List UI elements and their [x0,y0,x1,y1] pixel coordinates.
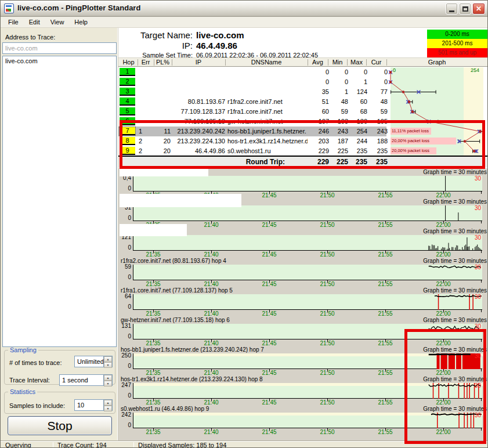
graph-time-label: Graph time = 30 minutes [423,169,487,175]
graph-ymax-label: 59 [118,263,131,270]
title-bar[interactable]: live-co.com - PingPlotter Standard ✕ [1,1,488,17]
hop-number-cell[interactable]: 8 [120,137,135,145]
column-header-dnsname[interactable]: DNSName [225,59,308,66]
table-row[interactable]: 6 77.109.135.18 gw-hetzner.init7.net 107… [118,117,386,127]
target-list-item[interactable]: live-co.com [5,57,114,64]
graph-scale-value: 30 [475,412,481,418]
address-input[interactable]: live-co.com [2,42,117,54]
hop-timeline-graph[interactable]: gw-hetzner.init7.net (77.109.135.18) hop… [118,317,488,346]
close-button[interactable]: ✕ [472,3,485,15]
hop-number-cell[interactable]: 5 [120,107,135,115]
axis-tick-label: 21:40 [198,340,224,346]
column-header-min[interactable]: Min [328,59,347,66]
axis-tick-label: 22:00 [431,370,456,376]
hop-number-cell[interactable]: 7 [120,127,135,135]
table-row[interactable]: 2 0 0 1 0 [118,77,386,87]
app-icon [4,3,14,13]
avg-cell: 60 [308,108,329,115]
spin-arrows-icon[interactable]: ▲▼ [103,375,112,385]
hop-number-cell[interactable]: 4 [120,97,135,106]
table-row[interactable]: 8 2 20 213.239.224.130 hos-tr1.ex3k1.rz1… [118,136,386,146]
spin-arrows-icon[interactable]: ▲▼ [103,356,112,367]
axis-tick-label: 21:45 [256,251,282,258]
axis-tick-label: 21:45 [256,399,282,406]
graph-hop-label: hos-bb1.juniper1.fs.hetzner.de (213.239.… [121,346,264,353]
hop-timeline-graph[interactable]: hos-tr1.ex3k1.rz14.hetzner.de (213.239.2… [118,376,488,406]
menu-item-help[interactable]: Help [69,17,93,27]
times-to-trace-value[interactable]: Unlimited [75,356,103,367]
graph-hop-label: hos-tr1.ex3k1.rz14.hetzner.de (213.239.2… [121,376,263,382]
axis-tick-label: 21:55 [373,340,398,346]
table-row[interactable]: 3 35 1 124 77 [118,87,386,97]
table-row[interactable]: 1 0 0 0 0 [118,67,386,77]
column-header-graph[interactable]: Graph [386,59,487,66]
samples-to-include-stepper[interactable]: 10 ▲▼ [74,399,113,411]
graph-scale-value: 30 [475,205,481,211]
max-cell: 254 [348,128,367,135]
column-header-avg[interactable]: Avg [308,59,328,66]
column-separator [172,59,172,66]
timeline-graphs-section[interactable]: Graph time = 30 minutes 0,4 0 30 21:35 2… [118,168,488,442]
cur-cell: 188 [367,138,388,144]
graph-sparkline [133,353,483,369]
hop-number-cell[interactable]: 2 [120,78,135,86]
axis-tick-label: 21:40 [198,281,224,287]
minimize-button[interactable] [446,3,458,15]
column-header-err[interactable]: Err [138,59,154,66]
times-to-trace-stepper[interactable]: Unlimited ▲▼ [74,356,113,367]
statistics-legend: Statistics [8,388,37,395]
graph-ymin-label: 0 [118,244,131,251]
hop-timeline-graph[interactable]: r1fra2.core.init7.net (80.81.193.67) hop… [118,258,488,287]
menu-item-view[interactable]: View [45,17,70,27]
hop-timeline-graph[interactable]: r1fra1.core.init7.net (77.109.128.137) h… [118,287,488,317]
column-header-pl%[interactable]: PL% [154,59,172,66]
hop-number-cell[interactable]: 9 [120,147,135,155]
axis-tick-label: 22:00 [431,310,456,317]
target-list[interactable]: live-co.com [2,56,117,347]
latency-legend: 0-200 ms201-500 ms501 ms and up [427,30,487,57]
axis-tick-label: 21:35 [140,429,166,435]
hop-timeline-graph[interactable]: hos-bb1.juniper1.fs.hetzner.de (213.239.… [118,346,488,376]
min-cell: 0 [329,68,348,75]
address-to-trace-label: Address to Trace: [5,34,55,41]
axis-tick-label: 21:45 [256,222,282,228]
axis-tick-label: 21:50 [315,310,340,317]
maximize-button[interactable] [459,3,471,15]
column-header-ip[interactable]: IP [172,59,225,66]
axis-tick-label: 21:55 [373,281,398,287]
hop-number-cell[interactable]: 1 [120,68,135,76]
axis-tick [481,428,482,431]
axis-tick-label: 21:45 [256,310,282,317]
table-row[interactable]: 4 80.81.193.67 r1fra2.core.init7.net 51 … [118,97,386,107]
axis-tick-label: 22:00 [431,399,456,406]
samples-to-include-value[interactable]: 10 [75,400,103,410]
column-header-max[interactable]: Max [347,59,366,66]
axis-tick-label: 21:40 [198,370,224,376]
graph-time-label: Graph time = 30 minutes [423,287,487,294]
menu-item-edit[interactable]: Edit [24,17,45,27]
trace-interval-value[interactable]: 1 second [60,375,103,385]
column-header-hop[interactable]: Hop [120,59,138,66]
stop-button[interactable]: Stop [8,416,112,435]
graph-plot-area: 30 [133,413,482,428]
table-row[interactable]: 5 77.109.128.137 r1fra1.core.init7.net 6… [118,107,386,117]
min-cell: 48 [329,98,348,105]
graph-plot-area: 30 [133,324,482,339]
dns-name-cell: hos-bb1.juniper1.fs.hetzner. [227,128,308,135]
table-row[interactable]: 9 2 20 46.4.49.86 s0.webhost1.ru 229 225… [118,146,386,156]
graph-plot-area: 30 [133,205,482,221]
menu-item-file[interactable]: File [3,17,24,27]
graph-ymin-label: 0 [118,185,131,192]
trace-graph-plot [386,67,488,156]
graph-ymax-label: 247 [118,382,131,388]
table-row[interactable]: 7 1 11 213.239.240.242 hos-bb1.juniper1.… [118,127,386,136]
column-header-cur[interactable]: Cur [366,59,386,66]
hop-number-cell[interactable]: 3 [120,88,135,96]
axis-tick-label: 21:50 [315,281,340,287]
graph-sparkline [133,205,483,221]
hop-timeline-graph[interactable]: s0.webhost1.ru (46.4.49.86) hop 9 Graph … [118,406,488,435]
trace-interval-stepper[interactable]: 1 second ▲▼ [59,374,113,386]
axis-tick-label: 21:40 [198,310,224,317]
spin-arrows-icon[interactable]: ▲▼ [103,400,112,410]
hop-number-cell[interactable]: 6 [120,117,135,125]
